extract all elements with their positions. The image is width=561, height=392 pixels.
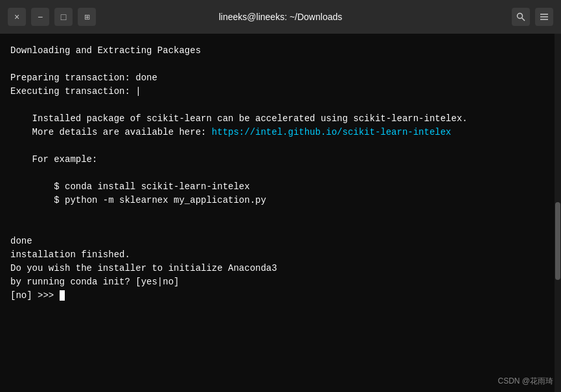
watermark: CSDN @花雨琦 (498, 376, 553, 387)
output-line-6: For example: (10, 153, 551, 167)
output-line-1: Downloading and Extracting Packages (10, 44, 551, 58)
blank-line-1 (10, 58, 551, 71)
blank-line-2 (10, 98, 551, 112)
blank-line-4 (10, 167, 551, 180)
titlebar-controls: × − □ ⊞ (8, 8, 96, 26)
output-finished: installation finished. (10, 248, 551, 262)
scrollbar-track[interactable] (555, 34, 561, 392)
blank-line-6 (10, 221, 551, 235)
titlebar: × − □ ⊞ lineeks@lineeks: ~/Downloads (0, 0, 561, 34)
menu-button[interactable] (535, 8, 553, 26)
blank-line-3 (10, 139, 551, 153)
search-icon (516, 12, 525, 21)
blank-line-5 (10, 207, 551, 221)
output-line-3: Executing transaction: | (10, 85, 551, 98)
svg-line-1 (522, 18, 525, 21)
menu-icon (540, 12, 549, 21)
output-question-2: by running conda init? [yes|no] (10, 275, 551, 289)
scrollbar-thumb[interactable] (555, 202, 560, 280)
output-line-8: $ python -m sklearnex my_application.py (10, 194, 551, 207)
minimize-button[interactable]: − (31, 8, 49, 26)
window-title: lineeks@lineeks: ~/Downloads (219, 12, 342, 22)
search-button[interactable] (512, 8, 530, 26)
titlebar-actions (512, 8, 553, 26)
output-line-2: Preparing transaction: done (10, 71, 551, 85)
svg-point-0 (518, 14, 523, 19)
maximize-button[interactable]: □ (54, 8, 73, 26)
output-done: done (10, 235, 551, 248)
url-link: https://intel.github.io/scikit-learn-int… (212, 127, 452, 137)
pin-button[interactable]: ⊞ (78, 8, 96, 26)
output-line-4: Installed package of scikit-learn can be… (10, 112, 551, 126)
output-line-7: $ conda install scikit-learn-intelex (10, 180, 551, 194)
terminal-cursor (60, 290, 65, 301)
terminal-output[interactable]: Downloading and Extracting Packages Prep… (0, 34, 561, 392)
terminal-window: × − □ ⊞ lineeks@lineeks: ~/Downloads (0, 0, 561, 392)
output-line-5: More details are available here: https:/… (10, 126, 551, 139)
output-question-1: Do you wish the installer to initialize … (10, 262, 551, 275)
output-prompt: [no] >>> (10, 289, 551, 303)
close-button[interactable]: × (8, 8, 26, 26)
